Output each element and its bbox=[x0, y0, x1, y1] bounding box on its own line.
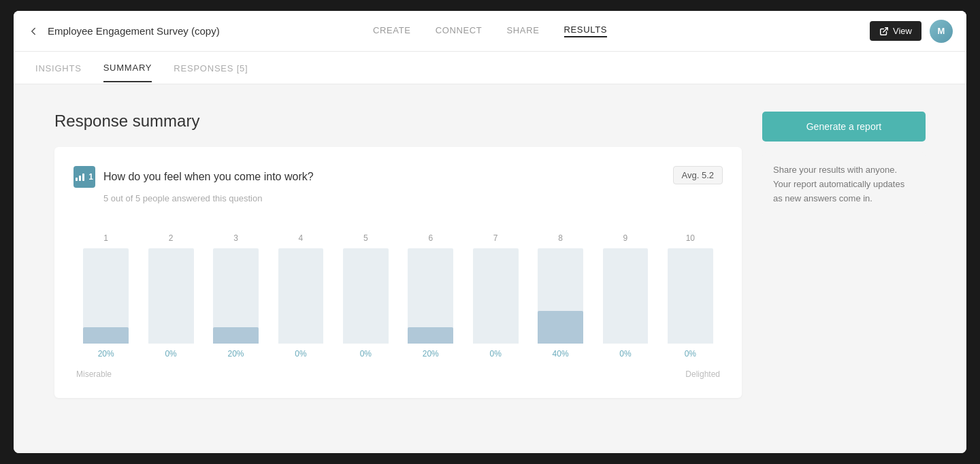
bar-pct-6: 20% bbox=[423, 349, 439, 359]
right-sidebar: Generate a report Share your results wit… bbox=[762, 112, 926, 426]
avg-badge: Avg. 5.2 bbox=[673, 166, 723, 184]
axis-left-label: Miserable bbox=[76, 369, 112, 379]
bar-wrapper-1 bbox=[74, 248, 138, 344]
bar-label-8: 8 bbox=[558, 233, 563, 243]
bar-fill-3 bbox=[213, 327, 259, 344]
bar-fill-6 bbox=[408, 327, 453, 344]
bar-outer-6 bbox=[408, 248, 453, 344]
survey-title: Employee Engagement Survey (copy) bbox=[48, 25, 220, 37]
bar-group-2: 20% bbox=[138, 233, 203, 359]
bar-outer-10 bbox=[668, 248, 713, 344]
content-left: Response summary 1 How do you fe bbox=[54, 112, 742, 426]
bar-wrapper-10 bbox=[658, 248, 723, 344]
avatar[interactable]: M bbox=[930, 20, 953, 43]
bar-label-10: 10 bbox=[686, 233, 695, 243]
bar-group-4: 40% bbox=[268, 233, 333, 359]
bar-label-4: 4 bbox=[299, 233, 304, 243]
report-info: Share your results with anyone. Your rep… bbox=[762, 152, 926, 216]
header: Employee Engagement Survey (copy) CREATE… bbox=[14, 11, 966, 52]
bar-label-2: 2 bbox=[169, 233, 174, 243]
bar-wrapper-5 bbox=[333, 248, 398, 344]
view-button[interactable]: View bbox=[870, 21, 921, 41]
generate-report-button[interactable]: Generate a report bbox=[762, 112, 926, 142]
bar-label-9: 9 bbox=[623, 233, 628, 243]
bar-pct-7: 0% bbox=[489, 349, 501, 359]
question-text: How do you feel when you come into work? bbox=[103, 171, 314, 183]
bar-group-8: 840% bbox=[528, 233, 593, 359]
tab-insights[interactable]: INSIGHTS bbox=[35, 54, 82, 82]
page-title: Response summary bbox=[54, 112, 742, 131]
chart-axis-labels: Miserable Delighted bbox=[74, 369, 723, 379]
bar-pct-8: 40% bbox=[553, 349, 569, 359]
header-right: View M bbox=[870, 20, 953, 43]
bar-wrapper-9 bbox=[593, 248, 657, 344]
bar-wrapper-7 bbox=[463, 248, 527, 344]
bar-pct-4: 0% bbox=[295, 349, 306, 359]
bar-label-7: 7 bbox=[493, 233, 498, 243]
tab-responses[interactable]: RESPONSES [5] bbox=[174, 54, 248, 82]
bar-group-9: 90% bbox=[593, 233, 657, 359]
sub-nav: INSIGHTS SUMMARY RESPONSES [5] bbox=[14, 52, 966, 84]
bar-outer-5 bbox=[343, 248, 389, 344]
bar-group-7: 70% bbox=[463, 233, 527, 359]
main-content: Response summary 1 How do you fe bbox=[14, 84, 966, 453]
bar-pct-3: 20% bbox=[228, 349, 244, 359]
bar-wrapper-6 bbox=[398, 248, 463, 344]
bar-group-6: 620% bbox=[398, 233, 463, 359]
nav-connect[interactable]: CONNECT bbox=[436, 25, 483, 37]
external-link-icon bbox=[879, 27, 889, 36]
svg-line-0 bbox=[883, 27, 887, 31]
nav-results[interactable]: RESULTS bbox=[564, 24, 608, 37]
tab-summary[interactable]: SUMMARY bbox=[103, 53, 152, 82]
bar-outer-2 bbox=[148, 248, 194, 344]
bar-pct-5: 0% bbox=[360, 349, 372, 359]
bar-wrapper-8 bbox=[528, 248, 593, 344]
bar-wrapper-2 bbox=[138, 248, 203, 344]
bar-group-5: 50% bbox=[333, 233, 398, 359]
nav-create[interactable]: CREATE bbox=[373, 25, 411, 37]
bar-label-5: 5 bbox=[363, 233, 368, 243]
bar-wrapper-4 bbox=[268, 248, 333, 344]
bar-outer-8 bbox=[538, 248, 583, 344]
bar-pct-1: 20% bbox=[98, 349, 114, 359]
question-left: 1 How do you feel when you come into wor… bbox=[74, 166, 314, 188]
bar-pct-9: 0% bbox=[619, 349, 631, 359]
bar-group-10: 100% bbox=[658, 233, 723, 359]
question-card: 1 How do you feel when you come into wor… bbox=[54, 147, 742, 398]
bar-outer-4 bbox=[278, 248, 324, 344]
bar-outer-7 bbox=[473, 248, 519, 344]
question-header: 1 How do you feel when you come into wor… bbox=[74, 166, 723, 188]
bar-label-3: 3 bbox=[233, 233, 238, 243]
bar-pct-10: 0% bbox=[685, 349, 696, 359]
bar-group-1: 120% bbox=[74, 233, 138, 359]
bar-wrapper-3 bbox=[203, 248, 268, 344]
header-nav: CREATE CONNECT SHARE RESULTS bbox=[373, 24, 607, 37]
nav-share[interactable]: SHARE bbox=[506, 25, 539, 37]
axis-right-label: Delighted bbox=[685, 369, 720, 379]
chart-icon bbox=[76, 173, 84, 181]
bar-outer-1 bbox=[83, 248, 129, 344]
main-window: Employee Engagement Survey (copy) CREATE… bbox=[14, 11, 966, 453]
bar-group-3: 320% bbox=[203, 233, 268, 359]
question-icon: 1 bbox=[74, 166, 95, 188]
back-button[interactable] bbox=[27, 25, 39, 37]
question-number: 1 bbox=[88, 172, 93, 182]
bar-pct-2: 0% bbox=[165, 349, 176, 359]
bar-outer-9 bbox=[603, 248, 649, 344]
bar-fill-1 bbox=[83, 327, 129, 344]
question-meta: 5 out of 5 people answered this question bbox=[103, 193, 723, 203]
bar-label-6: 6 bbox=[428, 233, 433, 243]
bar-fill-8 bbox=[538, 311, 583, 344]
bar-label-1: 1 bbox=[103, 233, 108, 243]
bar-chart: 120%20%320%40%50%620%70%840%90%100% bbox=[74, 222, 723, 359]
bar-outer-3 bbox=[213, 248, 259, 344]
